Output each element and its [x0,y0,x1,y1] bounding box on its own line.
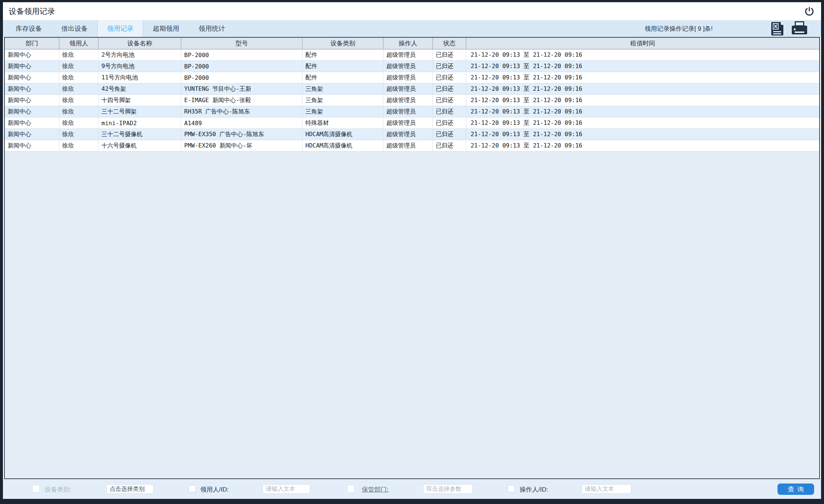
table-cell: 超级管理员 [383,129,433,140]
table-row[interactable]: 新闻中心徐欣十四号脚架E-IMAGE 新闻中心-张毅三角架超级管理员已归还21-… [5,95,819,106]
table-cell: PMW-EX350 广告中心-陈旭东 [181,129,302,140]
table-cell: 已归还 [433,61,466,72]
table-cell: 2号方向电池 [99,49,181,60]
table-cell: 徐欣 [59,95,99,106]
table-cell: BP-2000 [181,49,302,60]
table-cell: 超级管理员 [383,140,433,151]
table-cell: 超级管理员 [383,117,433,128]
table-cell: 超级管理员 [383,49,433,60]
table-cell: 配件 [302,72,383,83]
table-cell: 徐欣 [59,49,99,60]
table-cell: 新闻中心 [5,49,59,60]
table-cell: 十六号摄像机 [99,140,181,151]
table-cell: 超级管理员 [383,106,433,117]
table-cell: 新闻中心 [5,95,59,106]
table-cell: 已归还 [433,129,466,140]
custody-department-label[interactable]: 保管部门: [362,485,389,494]
table-cell: 新闻中心 [5,61,59,72]
records-table: 部门领用人设备名称型号设备类别操作人状态租借时间 新闻中心徐欣2号方向电池BP-… [4,37,820,479]
table-cell: 三角架 [302,95,383,106]
table-row[interactable]: 新闻中心徐欣42号角架YUNTENG 节目中心-王新三角架超级管理员已归还21-… [5,83,819,95]
table-row[interactable]: 新闻中心徐欣11号方向电池BP-2000配件超级管理员已归还21-12-20 0… [5,72,819,83]
requisitioner-checkbox[interactable] [189,485,196,492]
custody-department-checkbox[interactable] [347,485,355,492]
table-cell: 徐欣 [59,140,99,151]
table-cell: 21-12-20 09:13 至 21-12-20 09:16 [466,117,819,128]
tab-1[interactable]: 库存设备 [6,20,52,37]
table-cell: 新闻中心 [5,129,59,140]
table-cell: 已归还 [433,72,466,83]
requisitioner-label: 领用人/ID: [200,485,229,494]
table-cell: 徐欣 [59,61,99,72]
operator-label: 操作人/ID: [520,485,548,494]
tab-5[interactable]: 领用统计 [189,20,235,37]
table-cell: 42号角架 [99,83,181,94]
table-row[interactable]: 新闻中心徐欣mini-IPAD2A1489特殊器材超级管理员已归还21-12-2… [5,117,819,129]
table-cell: 超级管理员 [383,95,433,106]
table-header-row: 部门领用人设备名称型号设备类别操作人状态租借时间 [5,38,819,49]
table-cell: 新闻中心 [5,83,59,94]
table-cell: 已归还 [433,49,466,60]
operator-input[interactable] [582,484,631,494]
operator-checkbox[interactable] [508,485,515,492]
excel-export-glyph [771,21,784,36]
requisitioner-input[interactable] [263,484,310,494]
table-cell: A1489 [181,117,302,128]
table-row[interactable]: 新闻中心徐欣三十二号脚架RH35R 广告中心-陈旭东三角架超级管理员已归还21-… [5,106,819,117]
table-cell: 十四号脚架 [99,95,181,106]
column-header: 型号 [181,38,302,49]
query-button[interactable]: 查询 [777,484,814,495]
excel-export-icon[interactable] [771,21,784,36]
tab-2[interactable]: 借出设备 [52,20,97,37]
table-cell: 21-12-20 09:13 至 21-12-20 09:16 [466,140,819,151]
table-cell: 11号方向电池 [99,72,181,83]
printer-icon[interactable] [792,21,807,36]
table-row[interactable]: 新闻中心徐欣三十二号摄像机PMW-EX350 广告中心-陈旭东HDCAM高清摄像… [5,129,819,140]
table-cell: 徐欣 [59,83,99,94]
table-row[interactable]: 新闻中心徐欣9号方向电池BP-2000配件超级管理员已归还21-12-20 09… [5,61,819,72]
table-body: 新闻中心徐欣2号方向电池BP-2000配件超级管理员已归还21-12-20 09… [5,49,819,478]
page-title: 设备领用记录 [9,6,55,16]
table-cell: 三十二号摄像机 [99,129,181,140]
table-cell: 新闻中心 [5,140,59,151]
table-cell: E-IMAGE 新闻中心-张毅 [181,95,302,106]
table-cell: BP-2000 [181,72,302,83]
column-header: 设备类别 [302,38,383,49]
tab-4[interactable]: 超期领用 [143,20,189,37]
table-cell: RH35R 广告中心-陈旭东 [181,106,302,117]
app-window: 设备领用记录 库存设备借出设备领用记录超期领用领用统计 领用记录操作记录[ 9 … [3,2,821,499]
record-count-text: 领用记录操作记录[ 9 ]条! [645,25,713,33]
table-cell: 已归还 [433,140,466,151]
table-cell: 21-12-20 09:13 至 21-12-20 09:16 [466,95,819,106]
column-header: 设备名称 [99,38,181,49]
device-category-checkbox[interactable] [32,485,40,492]
table-cell: 超级管理员 [383,83,433,94]
tab-bar: 库存设备借出设备领用记录超期领用领用统计 领用记录操作记录[ 9 ]条! [3,20,821,37]
power-icon-glyph [804,6,815,17]
table-row[interactable]: 新闻中心徐欣十六号摄像机PMW-EX260 新闻中心-坏HDCAM高清摄像机超级… [5,140,819,152]
table-cell: 三角架 [302,83,383,94]
table-cell: mini-IPAD2 [99,117,181,128]
table-cell: 21-12-20 09:13 至 21-12-20 09:16 [466,83,819,94]
table-cell: HDCAM高清摄像机 [302,129,383,140]
table-cell: 徐欣 [59,72,99,83]
custody-department-input[interactable] [423,484,473,494]
device-category-input[interactable] [106,484,154,494]
table-cell: 21-12-20 09:13 至 21-12-20 09:16 [466,106,819,117]
tab-3[interactable]: 领用记录 [97,20,143,37]
table-cell: HDCAM高清摄像机 [302,140,383,151]
table-cell: 9号方向电池 [99,61,181,72]
table-cell: PMW-EX260 新闻中心-坏 [181,140,302,151]
column-header: 操作人 [383,38,433,49]
column-header: 部门 [5,38,59,49]
table-cell: 新闻中心 [5,106,59,117]
filter-bar: 设备类别: 领用人/ID: 保管部门: 操作人/ID: 查询 [3,479,821,499]
table-cell: 已归还 [433,83,466,94]
power-icon[interactable] [803,5,816,18]
table-row[interactable]: 新闻中心徐欣2号方向电池BP-2000配件超级管理员已归还21-12-20 09… [5,49,819,61]
toolbar-icons [771,20,807,37]
table-cell: 三角架 [302,106,383,117]
table-cell: 已归还 [433,117,466,128]
table-cell: BP-2000 [181,61,302,72]
table-cell: YUNTENG 节目中心-王新 [181,83,302,94]
